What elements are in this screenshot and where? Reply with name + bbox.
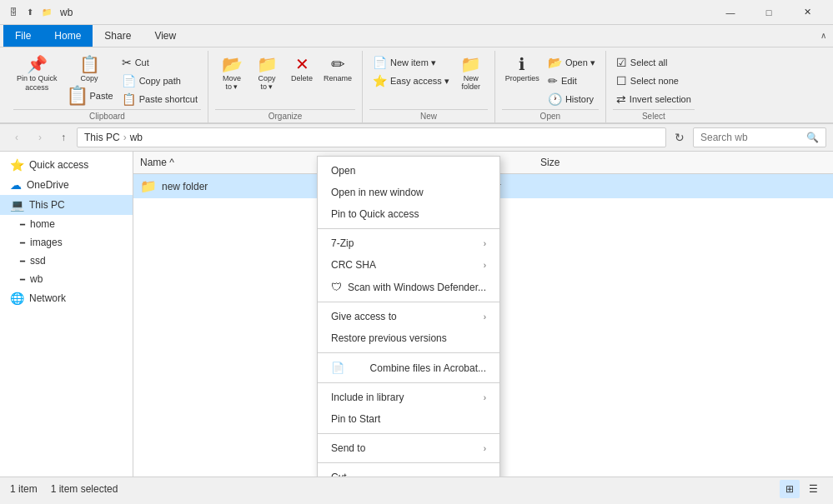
new-item-button[interactable]: 📄 New item ▾ [369, 54, 453, 71]
ctx-pin-start[interactable]: Pin to Start [318, 408, 499, 430]
ctx-combine-acrobat[interactable]: 📄 Combine files in Acrobat... [318, 357, 499, 379]
sidebar-item-thispc[interactable]: 💻 This PC [0, 195, 133, 215]
sidebar-item-quick-access[interactable]: ⭐ Quick access [0, 155, 133, 175]
easy-access-button[interactable]: ⭐ Easy access ▾ [369, 72, 453, 89]
invert-selection-button[interactable]: ⇄ Invert selection [613, 91, 695, 107]
breadcrumb-wb[interactable]: wb [130, 132, 143, 143]
ctx-open-label: Open [331, 165, 355, 177]
new-folder-button[interactable]: 📁 Newfolder [454, 54, 488, 92]
paste-button[interactable]: 📋 Paste [63, 85, 117, 107]
properties-button[interactable]: ℹ Properties [502, 54, 543, 84]
title-bar-icons: 🗄 ⬆ 📁 [7, 6, 53, 19]
ctx-sep-2 [318, 302, 499, 302]
tab-file[interactable]: File [3, 25, 43, 47]
history-icon: 🕐 [548, 92, 562, 106]
move-to-button[interactable]: 📂 Moveto ▾ [215, 54, 248, 92]
search-input[interactable] [700, 132, 806, 143]
ctx-open-new-window-label: Open in new window [331, 187, 424, 198]
copy-path-button[interactable]: 📄 Copy path [118, 72, 201, 89]
ctx-open-new-window[interactable]: Open in new window [318, 182, 499, 203]
view-list-button[interactable]: ☰ [803, 480, 823, 498]
close-button[interactable]: ✕ [788, 0, 826, 25]
ribbon-collapse-button[interactable]: ∧ [813, 25, 833, 45]
edit-button[interactable]: ✏ Edit [544, 72, 599, 89]
ssd-drive-icon: ━ [20, 257, 25, 266]
ctx-give-access-arrow: › [484, 312, 486, 322]
ctx-pin-quick-access[interactable]: Pin to Quick access [318, 203, 499, 225]
rename-button[interactable]: ✏ Rename [320, 54, 355, 84]
ctx-crc-sha[interactable]: CRC SHA › [318, 254, 499, 276]
sidebar-item-quick-access-label: Quick access [29, 159, 88, 171]
up-button[interactable]: ↑ [53, 127, 73, 147]
copy-label-large: Copy [81, 74, 98, 82]
ctx-restore-previous[interactable]: Restore previous versions [318, 327, 499, 349]
sidebar-item-home[interactable]: ━ home [0, 215, 133, 233]
invert-selection-icon: ⇄ [616, 92, 626, 106]
refresh-button[interactable]: ↻ [670, 127, 690, 147]
paste-shortcut-button[interactable]: 📋 Paste shortcut [118, 91, 201, 107]
maximize-button[interactable]: □ [750, 0, 788, 25]
ctx-send-to[interactable]: Send to › [318, 437, 499, 459]
images-drive-icon: ━ [20, 238, 25, 247]
tab-view[interactable]: View [143, 25, 188, 47]
sidebar-item-images[interactable]: ━ images [0, 233, 133, 252]
file-name-cell: 📁 new folder [133, 176, 334, 197]
col-header-name[interactable]: Name ^ [133, 155, 334, 170]
breadcrumb-sep: › [123, 132, 127, 143]
ctx-open[interactable]: Open [318, 160, 499, 182]
ctx-scan-defender[interactable]: 🛡 Scan with Windows Defender... [318, 276, 499, 298]
breadcrumb[interactable]: This PC › wb [77, 127, 666, 147]
sidebar-item-home-label: home [30, 218, 55, 230]
delete-label: Delete [291, 74, 313, 82]
search-box[interactable]: 🔍 [693, 127, 826, 147]
easy-access-label: Easy access ▾ [390, 76, 449, 87]
copy-button-large[interactable]: 📋 Copy [63, 54, 117, 84]
paste-shortcut-icon: 📋 [122, 92, 136, 106]
new-item-icon: 📄 [373, 56, 387, 69]
ctx-include-library[interactable]: Include in library › [318, 387, 499, 408]
title-bar-text: wb [60, 7, 711, 18]
select-none-button[interactable]: ☐ Select none [613, 72, 695, 89]
open-button[interactable]: 📂 Open ▾ [544, 54, 599, 71]
sidebar-item-onedrive[interactable]: ☁ OneDrive [0, 175, 133, 195]
sidebar-item-onedrive-label: OneDrive [27, 179, 69, 191]
ribbon-group-select: ☑ Select all ☐ Select none ⇄ Invert sele… [606, 51, 701, 122]
cut-button[interactable]: ✂ Cut [118, 54, 201, 71]
copy-path-label: Copy path [139, 76, 181, 86]
pin-to-quick-access-button[interactable]: 📌 Pin to Quickaccess [13, 54, 61, 94]
select-all-button[interactable]: ☑ Select all [613, 54, 695, 71]
copy-path-icon: 📄 [122, 74, 136, 87]
sidebar-item-network[interactable]: 🌐 Network [0, 288, 133, 308]
title-bar: 🗄 ⬆ 📁 wb — □ ✕ [0, 0, 833, 25]
ctx-cut[interactable]: Cut [318, 467, 499, 477]
view-grid-button[interactable]: ⊞ [780, 480, 800, 498]
ctx-7zip[interactable]: 7-Zip › [318, 232, 499, 254]
quick-access-icon[interactable]: ⬆ [23, 6, 37, 19]
ribbon-group-clipboard: 📌 Pin to Quickaccess 📋 Copy 📋 Paste ✂ Cu… [7, 51, 208, 122]
rename-label: Rename [324, 74, 352, 82]
delete-button[interactable]: ✕ Delete [285, 54, 319, 84]
copy-to-icon: 📁 [257, 56, 278, 72]
organize-label: Organize [215, 109, 355, 122]
ribbon-tabs: File Home Share View ∧ [0, 25, 833, 47]
sidebar-item-network-label: Network [29, 292, 66, 304]
file-folder-icon: 📁 [140, 178, 157, 194]
main-layout: ⭐ Quick access ☁ OneDrive 💻 This PC ━ ho… [0, 152, 833, 477]
col-header-size[interactable]: Size [534, 155, 600, 170]
nav-bar: ‹ › ↑ This PC › wb ↻ 🔍 [0, 124, 833, 152]
ctx-give-access[interactable]: Give access to › [318, 306, 499, 327]
minimize-button[interactable]: — [711, 0, 750, 25]
ctx-7zip-label: 7-Zip [331, 237, 354, 249]
title-bar-controls: — □ ✕ [711, 0, 826, 25]
tab-home[interactable]: Home [43, 25, 93, 47]
select-all-icon: ☑ [616, 56, 627, 69]
tab-share[interactable]: Share [93, 25, 143, 47]
copy-to-button[interactable]: 📁 Copyto ▾ [250, 54, 284, 92]
forward-button[interactable]: › [30, 127, 50, 147]
sidebar-item-wb[interactable]: ━ wb [0, 270, 133, 288]
breadcrumb-thispc[interactable]: This PC [84, 132, 120, 143]
ribbon-group-open: ℹ Properties 📂 Open ▾ ✏ Edit 🕐 History O… [495, 51, 606, 122]
sidebar-item-ssd[interactable]: ━ ssd [0, 252, 133, 270]
back-button[interactable]: ‹ [7, 127, 27, 147]
history-button[interactable]: 🕐 History [544, 91, 599, 107]
